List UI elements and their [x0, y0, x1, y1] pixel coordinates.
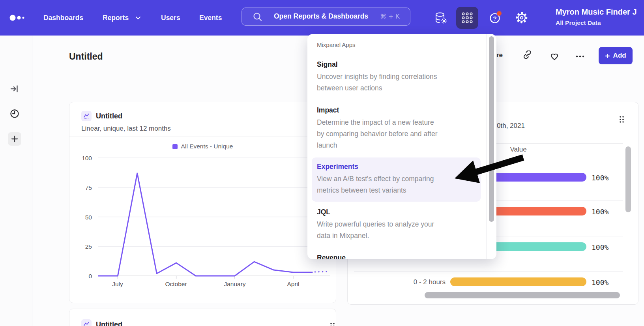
- line-chart-plot: [69, 102, 337, 304]
- gear-icon[interactable]: [515, 11, 529, 25]
- search-shortcut: ⌘ + K: [380, 13, 400, 20]
- row-value: 100%: [592, 243, 608, 251]
- date-range-partial: 0th, 2021: [497, 122, 525, 130]
- table-border: [623, 143, 623, 300]
- global-search-input[interactable]: Open Reports & Dashboards ⌘ + K: [242, 7, 410, 26]
- add-section-button[interactable]: [8, 132, 21, 146]
- menu-item-impact[interactable]: Impact: [317, 106, 339, 114]
- data-management-icon[interactable]: [432, 10, 449, 26]
- page-title: Untitled: [69, 51, 103, 62]
- row-value: 100%: [592, 174, 608, 182]
- arrow-to-bar-icon: [10, 84, 19, 94]
- menu-item-description: between user actions: [317, 82, 467, 94]
- menu-item-description: by comparing behavior before and after: [317, 128, 467, 140]
- project-name[interactable]: Myron Music Finder J: [556, 7, 644, 18]
- search-placeholder: Open Reports & Dashboards: [274, 12, 368, 21]
- apps-grid-button[interactable]: [456, 7, 478, 29]
- chart-card-untitled: Untitled Linear, unique, last 12 months …: [69, 102, 336, 303]
- x-axis-tick: April: [275, 281, 311, 288]
- add-button[interactable]: + Add: [599, 47, 633, 64]
- y-axis-tick: 50: [76, 214, 92, 221]
- menu-item-experiments[interactable]: Experiments: [317, 163, 358, 171]
- menu-item-description: Uncover insights by finding correlations: [317, 71, 467, 82]
- nav-dashboards[interactable]: Dashboards: [43, 0, 83, 36]
- row-label: 0 - 2 hours: [370, 278, 446, 286]
- chart-title[interactable]: Untitled: [96, 320, 122, 326]
- x-axis-tick: January: [217, 281, 253, 288]
- x-axis-tick: July: [100, 281, 135, 288]
- menu-item-description: Determine the impact of a new feature: [317, 117, 467, 128]
- nav-events[interactable]: Events: [199, 0, 222, 36]
- row-value: 100%: [592, 278, 608, 287]
- row-value: 100%: [592, 208, 608, 216]
- menu-item-description: data in Mixpanel.: [317, 230, 467, 242]
- drag-handle-icon[interactable]: [330, 322, 335, 326]
- notification-dot: [497, 11, 502, 16]
- plus-icon: +: [605, 52, 610, 60]
- row-separator: [354, 271, 623, 272]
- line-chart-type-icon: [81, 319, 92, 326]
- table-horizontal-scrollbar[interactable]: [425, 292, 620, 298]
- project-data-scope: All Project Data: [556, 19, 601, 26]
- drag-handle-icon[interactable]: [619, 116, 625, 123]
- y-axis-tick: 25: [76, 243, 92, 250]
- svg-text:?: ?: [493, 15, 496, 22]
- plus-icon: [11, 135, 19, 143]
- mixpanel-apps-dropdown: Mixpanel Apps Signal Uncover insights by…: [307, 34, 496, 259]
- left-sidebar: [0, 36, 32, 326]
- favorite-heart-icon[interactable]: [549, 51, 560, 62]
- dropdown-header: Mixpanel Apps: [317, 41, 356, 48]
- table-row-bar[interactable]: [450, 277, 586, 286]
- chevron-down-icon: [135, 16, 141, 20]
- dropdown-scrollbar[interactable]: [489, 36, 494, 222]
- help-icon[interactable]: ?: [488, 10, 506, 26]
- menu-item-signal[interactable]: Signal: [317, 60, 338, 69]
- menu-item-revenue[interactable]: Revenue: [317, 254, 346, 259]
- search-icon: [253, 12, 263, 22]
- nav-users[interactable]: Users: [161, 0, 180, 36]
- share-button-partial[interactable]: re: [496, 51, 503, 59]
- menu-item-description: View an A/B test's effect by comparing: [317, 173, 467, 185]
- menu-item-jql[interactable]: JQL: [317, 208, 330, 216]
- expand-sidebar-button[interactable]: [8, 82, 21, 96]
- copy-link-icon[interactable]: [522, 51, 533, 62]
- more-options-icon[interactable]: [575, 51, 586, 62]
- table-vertical-scrollbar[interactable]: [625, 146, 631, 212]
- nav-reports[interactable]: Reports: [103, 0, 129, 36]
- recent-history-button[interactable]: [8, 107, 21, 120]
- y-axis-tick: 75: [76, 184, 92, 191]
- menu-item-description: Write powerful queries to analyze your: [317, 219, 467, 230]
- y-axis-tick: 0: [76, 273, 92, 280]
- divider: [486, 34, 487, 259]
- mixpanel-logo[interactable]: [9, 13, 27, 22]
- x-axis-tick: October: [158, 281, 194, 288]
- clock-icon: [9, 109, 20, 119]
- top-nav: Dashboards Reports Users Events Open Rep…: [0, 0, 644, 36]
- apps-grid-icon: [461, 12, 473, 24]
- y-axis-tick: 100: [76, 155, 92, 162]
- menu-item-description: launch: [317, 140, 467, 151]
- menu-item-description: metrics between test variants: [317, 185, 467, 196]
- chart-card-untitled-2: Untitled: [69, 309, 336, 326]
